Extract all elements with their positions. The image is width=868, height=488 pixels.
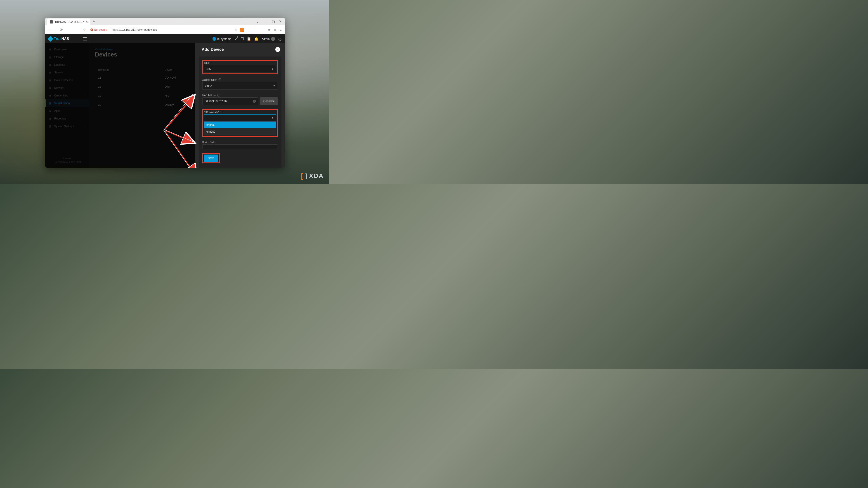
device-order-input[interactable] [202, 144, 278, 149]
type-select[interactable]: NIC ▼ [204, 65, 276, 73]
device-order-label: Device Order [202, 141, 278, 143]
nic-label: NIC To Attach * [204, 111, 219, 113]
close-window-button[interactable]: ✕ [279, 20, 282, 23]
sidebar-icon: ▣ [49, 71, 52, 74]
brave-shield-icon[interactable] [240, 28, 244, 32]
sidebar-item-label: Shares [54, 71, 63, 74]
ix-icon [213, 37, 216, 41]
sidebar-icon: ▣ [49, 78, 52, 82]
device-order-field-group: Device Order [202, 141, 278, 149]
add-device-panel: Add Device ✕ Type * NIC ▼ Adapter Type *… [195, 43, 285, 168]
sidebar-item-network[interactable]: ▣Network [45, 84, 89, 92]
sidebar-icon: ▣ [49, 86, 52, 90]
sidebar-item-shares[interactable]: ▣Shares [45, 69, 89, 76]
sidebar-item-data-protection[interactable]: ▣Data Protection [45, 76, 89, 84]
sidebar-item-label: Datasets [54, 63, 65, 66]
tab-title: TrueNAS - 192.168.31.7 [55, 20, 84, 24]
nic-option[interactable]: enp5s0 [204, 122, 276, 128]
panel-title: Add Device [202, 47, 224, 52]
media-icon[interactable]: ♫ [273, 28, 276, 32]
bell-icon[interactable]: 🔔 [254, 37, 258, 41]
not-secure-icon: ✕ [90, 29, 93, 31]
clear-icon[interactable]: ✕ [253, 100, 256, 103]
sidebar-item-label: System Settings [54, 125, 74, 128]
minimize-button[interactable]: — [265, 20, 268, 23]
truenas-app: TrueNAS iXsystems ✔ ❐ 📋 🔔 admin ⏻ ▣Dashb… [45, 34, 285, 168]
sidebar-icon: ▣ [49, 109, 52, 112]
new-tab-button[interactable]: + [93, 19, 95, 24]
share-icon[interactable]: ⇪ [235, 28, 237, 32]
power-icon[interactable]: ⏻ [278, 37, 282, 41]
forward-button[interactable]: → [54, 28, 57, 32]
panel-close-button[interactable]: ✕ [275, 47, 280, 52]
app-header: TrueNAS iXsystems ✔ ❐ 📋 🔔 admin ⏻ [45, 34, 285, 43]
help-icon[interactable]: ? [219, 78, 221, 81]
tab-dropdown-icon[interactable]: ⌄ [256, 20, 259, 23]
extensions-icon[interactable]: ⌗ [268, 28, 270, 32]
adapter-select[interactable]: VirtIO ▼ [202, 82, 278, 90]
col-device-id: Device ID [95, 67, 162, 73]
menu-icon[interactable]: ≡ [279, 28, 282, 32]
sidebar-icon: ▣ [49, 94, 52, 97]
tab-close-icon[interactable]: × [86, 20, 88, 24]
window-controls: ⌄ — ▢ ✕ [256, 20, 285, 23]
security-badge[interactable]: ✕ Not secure [90, 28, 107, 31]
sidebar-item-reporting[interactable]: ▣Reporting [45, 115, 89, 123]
browser-tab[interactable]: TrueNAS - 192.168.31.7 × [47, 19, 90, 25]
sidebar-item-label: Virtualization [54, 102, 70, 105]
url-text[interactable]: https://192.168.31.7/ui/vm/5/devices [112, 28, 157, 31]
chevron-down-icon: ▼ [272, 117, 274, 119]
tab-strip: TrueNAS - 192.168.31.7 × + ⌄ — ▢ ✕ [45, 18, 285, 25]
stack-icon[interactable]: ❐ [241, 37, 244, 41]
address-bar: ← → ⟳ ☆ ✕ Not secure https://192.168.31.… [45, 25, 285, 34]
browser-window: TrueNAS - 192.168.31.7 × + ⌄ — ▢ ✕ ← → ⟳… [45, 18, 285, 168]
sidebar-item-apps[interactable]: ▣Apps [45, 107, 89, 115]
clipboard-icon[interactable]: 📋 [247, 37, 251, 41]
sidebar-icon: ▣ [49, 48, 52, 51]
sidebar-item-datasets[interactable]: ▣Datasets [45, 61, 89, 69]
sidebar-icon: ▣ [49, 56, 52, 59]
truenas-logo[interactable]: TrueNAS [49, 37, 69, 41]
sidebar-item-label: Network [54, 86, 64, 90]
bookmark-icon[interactable]: ☆ [83, 28, 86, 32]
nic-attach-field-group: NIC To Attach *? ▼ enp5s0 enp2s0 [202, 109, 278, 137]
sidebar-item-dashboard[interactable]: ▣Dashboard [45, 46, 89, 53]
type-label: Type * [204, 62, 276, 64]
mac-input[interactable]: 00:a0:98:30:d2:a6 ✕ [202, 97, 258, 105]
sidebar-item-virtualization[interactable]: ▣Virtualization [45, 99, 89, 107]
ixsystems-logo[interactable]: iXsystems [213, 37, 231, 41]
save-highlight: Save [202, 153, 220, 163]
nic-dropdown-list: enp5s0 enp2s0 [204, 121, 276, 135]
nic-option[interactable]: enp2s0 [204, 128, 276, 135]
sidebar-footer: truenas TrueNAS SCALE ® © 2024 [45, 153, 89, 168]
save-button[interactable]: Save [204, 155, 218, 162]
user-menu[interactable]: admin [262, 37, 275, 41]
adapter-field-group: Adapter Type *? VirtIO ▼ [202, 78, 278, 90]
user-avatar-icon [271, 37, 275, 41]
xda-watermark: [] XDA [301, 172, 324, 180]
sidebar-item-label: Credentials [54, 94, 68, 97]
sidebar-item-system-settings[interactable]: ▣System Settings› [45, 123, 89, 130]
back-button[interactable]: ← [48, 28, 52, 32]
reload-button[interactable]: ⟳ [60, 28, 63, 32]
sidebar: ▣Dashboard▣Storage▣Datasets▣Shares▣Data … [45, 43, 89, 168]
help-icon[interactable]: ? [221, 111, 223, 113]
status-icon[interactable]: ✔ [235, 37, 238, 41]
sidebar-icon: ▣ [49, 102, 52, 105]
sidebar-item-label: Reporting [54, 117, 66, 120]
sidebar-item-storage[interactable]: ▣Storage [45, 53, 89, 61]
security-label: Not secure [94, 28, 107, 31]
chevron-right-icon: › [85, 125, 86, 128]
sidebar-item-label: Apps [54, 109, 60, 112]
generate-button[interactable]: Generate [260, 97, 278, 105]
nic-select[interactable]: ▼ [204, 114, 276, 121]
maximize-button[interactable]: ▢ [272, 20, 275, 23]
chevron-down-icon: ▼ [272, 68, 274, 70]
hamburger-menu-icon[interactable] [83, 37, 87, 40]
adapter-label: Adapter Type * [202, 78, 217, 81]
mac-label: MAC Address [202, 94, 216, 96]
sidebar-item-credentials[interactable]: ▣Credentials› [45, 92, 89, 99]
sidebar-item-label: Dashboard [54, 48, 68, 51]
help-icon[interactable]: ? [217, 94, 220, 96]
sidebar-item-label: Storage [54, 56, 64, 59]
